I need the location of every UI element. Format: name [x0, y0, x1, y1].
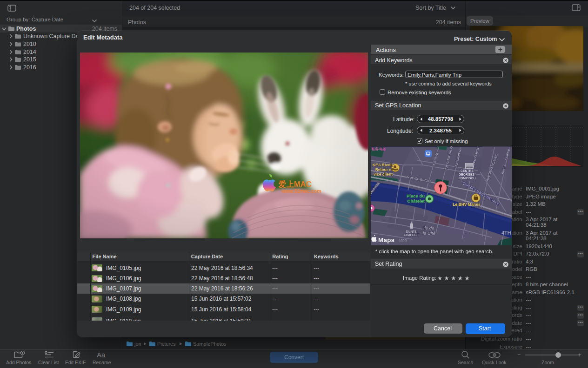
svg-text:Place du: Place du [407, 193, 425, 198]
svg-text:Maps: Maps [378, 237, 394, 243]
svg-text:vice client: vice client [374, 172, 393, 177]
svg-text:Châtelet: Châtelet [408, 198, 425, 204]
svg-text:Île de: Île de [423, 225, 434, 230]
svg-text:Le BHV Marais: Le BHV Marais [453, 202, 481, 207]
svg-text:鞋店•电器: 鞋店•电器 [371, 147, 386, 151]
svg-text:la Cité: la Cité [423, 230, 435, 236]
svg-text:爱上MAC: 爱上MAC [278, 180, 312, 188]
svg-text:Retour et: Retour et [375, 167, 393, 172]
svg-text:Legal: Legal [399, 238, 408, 242]
svg-text:POMPIDOU: POMPIDOU [458, 177, 475, 180]
svg-text:CHAPELLE: CHAPELLE [404, 233, 419, 237]
svg-text:SAINTE-: SAINTE- [406, 230, 417, 233]
svg-text:www.52mac.com: www.52mac.com [281, 188, 321, 194]
svg-text:KEA Rivoli: KEA Rivoli [373, 163, 393, 167]
svg-text:CENTRE: CENTRE [461, 169, 474, 172]
svg-text:4TH: 4TH [501, 230, 511, 236]
svg-text:GEORGES-: GEORGES- [459, 173, 476, 176]
